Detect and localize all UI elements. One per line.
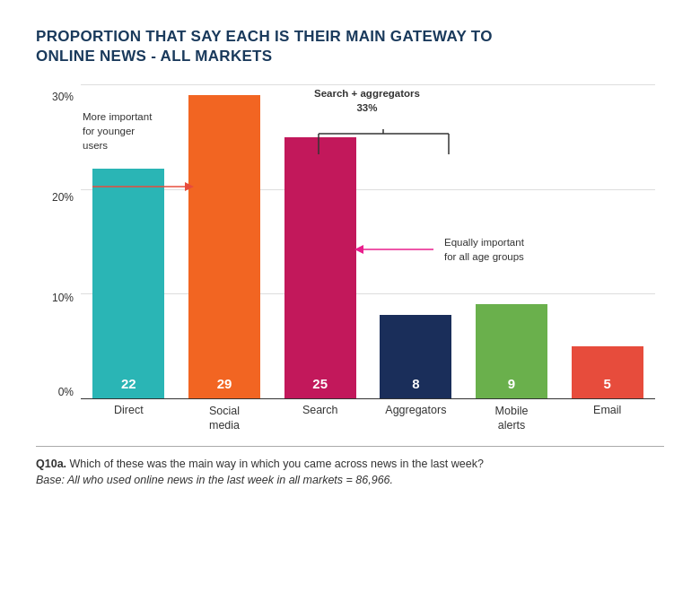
footnote-text: Which of these was the main way in which…	[66, 458, 484, 470]
annotation-younger: More important for younger users	[83, 109, 154, 153]
bracket-search-aggr-svg	[310, 129, 458, 156]
bar-value-aggregators: 8	[412, 376, 419, 391]
chart-area: 30% 20% 10% 0% 22 29 25	[36, 84, 664, 433]
bar-direct: 22	[92, 169, 164, 399]
x-label-search: Search	[272, 404, 368, 416]
bar-mobile-alerts: 9	[476, 304, 547, 398]
chart-title: PROPORTION THAT SAY EACH IS THEIR MAIN G…	[36, 27, 664, 66]
y-label-0: 0%	[36, 386, 79, 398]
bar-email: 5	[572, 346, 643, 399]
x-label-email: Email	[559, 404, 655, 416]
arrow-younger-svg	[88, 179, 196, 195]
x-label-aggregators: Aggregators	[368, 404, 464, 416]
bar-value-email: 5	[604, 376, 611, 391]
bar-aggregators: 8	[380, 315, 451, 399]
bar-group-social-media: 29	[177, 84, 273, 398]
x-label-social-media: Socialmedia	[177, 404, 273, 433]
bar-value-social-media: 29	[217, 376, 232, 391]
x-axis-labels: Direct Socialmedia Search Aggregators Mo…	[81, 398, 655, 433]
footnote: Q10a. Which of these was the main way in…	[36, 446, 664, 490]
footnote-italic: Base: All who used online news in the la…	[36, 474, 393, 486]
y-label-10: 10%	[36, 292, 79, 304]
y-label-30: 30%	[36, 91, 79, 103]
y-label-20: 20%	[36, 191, 79, 204]
bar-value-search: 25	[312, 376, 328, 391]
bar-group-email: 5	[559, 84, 655, 398]
bar-value-mobile-alerts: 9	[508, 376, 515, 391]
bar-search: 25	[284, 137, 356, 399]
y-axis: 30% 20% 10% 0%	[36, 84, 79, 398]
x-label-mobile-alerts: Mobilealerts	[464, 404, 560, 433]
bar-value-direct: 22	[121, 376, 136, 391]
annotation-search-aggr: Search + aggregators33%	[314, 86, 420, 115]
svg-marker-7	[354, 245, 363, 254]
arrow-equal-svg	[354, 241, 440, 257]
bar-social-media: 29	[188, 95, 260, 399]
annotation-equal: Equally important for all age groups	[444, 235, 534, 264]
x-label-direct: Direct	[81, 404, 177, 416]
footnote-bold: Q10a.	[36, 458, 66, 470]
svg-marker-1	[185, 182, 194, 191]
